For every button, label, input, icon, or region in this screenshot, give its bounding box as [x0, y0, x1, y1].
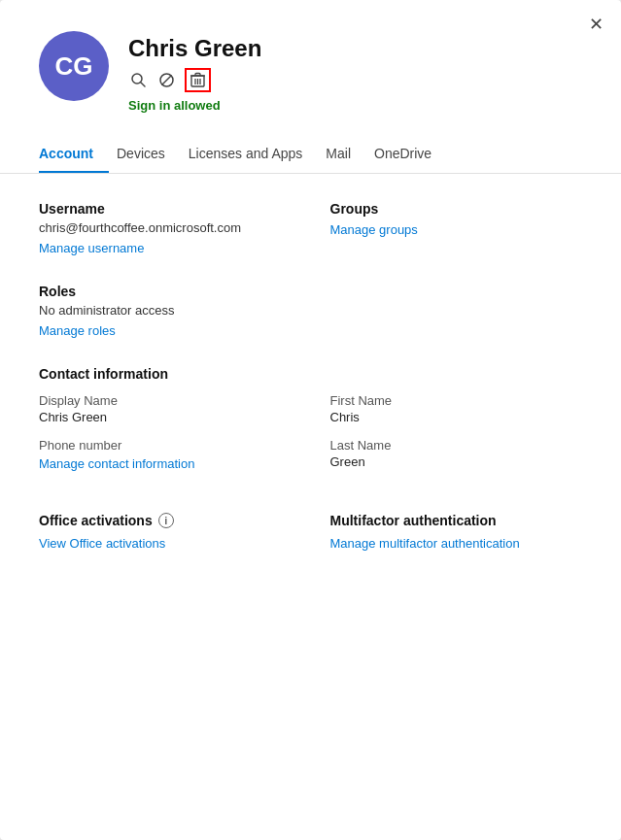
display-name-field: Display Name Chris Green	[39, 393, 292, 424]
roles-right-col	[330, 284, 583, 339]
manage-mfa-link[interactable]: Manage multifactor authentication	[330, 536, 520, 551]
manage-roles-link[interactable]: Manage roles	[39, 323, 116, 338]
contact-info-section: Contact information Display Name Chris G…	[39, 366, 582, 486]
user-name: Chris Green	[128, 35, 261, 62]
groups-col: Groups Manage groups	[330, 201, 583, 256]
username-col: Username chris@fourthcoffee.onmicrosoft.…	[39, 201, 292, 256]
first-name-field: First Name Chris	[330, 393, 583, 424]
tabs-bar: Account Devices Licenses and Apps Mail O…	[0, 136, 621, 174]
manage-username-link[interactable]: Manage username	[39, 241, 144, 255]
view-office-activations-link[interactable]: View Office activations	[39, 536, 165, 551]
last-name-field: Last Name Green	[330, 438, 583, 472]
account-content: Username chris@fourthcoffee.onmicrosoft.…	[0, 174, 621, 583]
office-title: Office activations i	[39, 513, 292, 528]
svg-line-3	[162, 76, 172, 85]
display-name-label: Display Name	[39, 393, 292, 408]
office-mfa-row: Office activations i View Office activat…	[39, 513, 582, 552]
search-user-button[interactable]	[128, 70, 149, 90]
delete-user-button[interactable]	[185, 68, 211, 92]
display-name-value: Chris Green	[39, 410, 292, 424]
last-name-value: Green	[330, 454, 583, 469]
office-info-icon: i	[158, 513, 174, 528]
username-value: chris@fourthcoffee.onmicrosoft.com	[39, 220, 292, 235]
sign-in-status: Sign in allowed	[128, 98, 261, 113]
svg-line-1	[141, 83, 145, 86]
close-button[interactable]: ✕	[589, 16, 604, 33]
roles-label: Roles	[39, 284, 292, 299]
tab-onedrive[interactable]: OneDrive	[374, 136, 447, 173]
mfa-title: Multifactor authentication	[330, 513, 583, 528]
tab-mail[interactable]: Mail	[326, 136, 366, 173]
header-actions	[128, 68, 261, 92]
roles-value: No administrator access	[39, 303, 292, 318]
first-name-value: Chris	[330, 410, 583, 424]
phone-field: Phone number Manage contact information	[39, 438, 292, 472]
office-title-text: Office activations	[39, 513, 153, 528]
username-label: Username	[39, 201, 292, 217]
tab-devices[interactable]: Devices	[117, 136, 181, 173]
manage-groups-link[interactable]: Manage groups	[330, 222, 418, 237]
user-header: CG Chris Green	[0, 0, 621, 113]
groups-label: Groups	[330, 201, 583, 217]
avatar: CG	[39, 31, 109, 101]
last-name-label: Last Name	[330, 438, 583, 453]
user-detail-dialog: ✕ CG Chris Green	[0, 0, 621, 840]
contact-section-title: Contact information	[39, 366, 582, 382]
contact-grid: Display Name Chris Green First Name Chri…	[39, 393, 582, 486]
header-info: Chris Green	[128, 31, 261, 113]
phone-label: Phone number	[39, 438, 292, 453]
tab-licenses-and-apps[interactable]: Licenses and Apps	[189, 136, 319, 173]
roles-col: Roles No administrator access Manage rol…	[39, 284, 292, 339]
roles-row: Roles No administrator access Manage rol…	[39, 284, 582, 339]
first-name-label: First Name	[330, 393, 583, 408]
tab-account[interactable]: Account	[39, 136, 109, 173]
mfa-col: Multifactor authentication Manage multif…	[330, 513, 583, 552]
mfa-title-text: Multifactor authentication	[330, 513, 497, 528]
username-groups-row: Username chris@fourthcoffee.onmicrosoft.…	[39, 201, 582, 256]
manage-contact-link[interactable]: Manage contact information	[39, 456, 194, 471]
office-col: Office activations i View Office activat…	[39, 513, 292, 552]
block-user-button[interactable]	[156, 70, 177, 90]
